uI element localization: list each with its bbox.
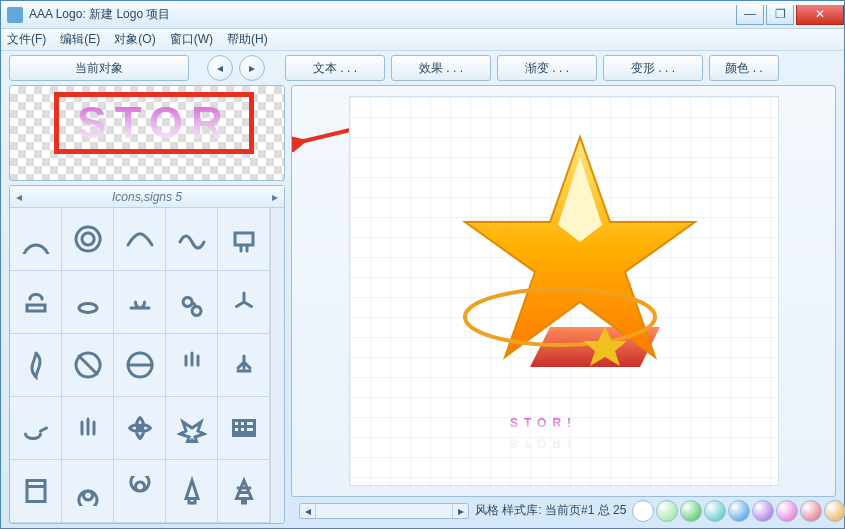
- phone-icon[interactable]: [218, 208, 270, 271]
- bricks-icon[interactable]: [218, 397, 270, 460]
- deform-button[interactable]: 变形 . . .: [603, 55, 703, 81]
- turtle-icon[interactable]: [10, 397, 62, 460]
- color-swatch-4[interactable]: [728, 500, 750, 522]
- xmas-tree-icon[interactable]: [218, 460, 270, 523]
- text-button[interactable]: 文本 . . .: [285, 55, 385, 81]
- maximize-button[interactable]: ❐: [766, 5, 794, 25]
- color-swatches: [632, 500, 845, 522]
- color-button[interactable]: 颜色 . .: [709, 55, 779, 81]
- globe-icon[interactable]: [114, 334, 166, 397]
- library-scrollbar[interactable]: [270, 208, 284, 523]
- app-icon: [7, 7, 23, 23]
- menu-object[interactable]: 对象(O): [114, 31, 155, 48]
- coffee-cup-icon[interactable]: [10, 271, 62, 334]
- toolbar: 当前对象 ◂ ▸ 文本 . . . 效果 . . . 渐变 . . . 变形 .…: [1, 51, 844, 85]
- window-title: AAA Logo: 新建 Logo 项目: [29, 6, 734, 23]
- next-object-button[interactable]: ▸: [239, 55, 265, 81]
- logo-text: STOR!: [510, 416, 577, 430]
- calculator-icon[interactable]: [10, 460, 62, 523]
- splat-icon[interactable]: [166, 397, 218, 460]
- spiral-icon[interactable]: [62, 460, 114, 523]
- canvas-panel: STOR! STOR! ◂ ▸ 风格 样式库: 当前页#1 总 25: [291, 85, 836, 524]
- feet-icon[interactable]: [166, 334, 218, 397]
- color-swatch-7[interactable]: [800, 500, 822, 522]
- color-swatch-0[interactable]: [632, 500, 654, 522]
- current-object-button[interactable]: 当前对象: [9, 55, 189, 81]
- bowl-icon[interactable]: [62, 271, 114, 334]
- menu-file[interactable]: 文件(F): [7, 31, 46, 48]
- gears-icon[interactable]: [166, 271, 218, 334]
- library-header: ◂ Icons,signs 5 ▸: [10, 186, 284, 208]
- annotation-box: STOR: [54, 92, 254, 154]
- color-swatch-8[interactable]: [824, 500, 845, 522]
- ring-icon[interactable]: [62, 208, 114, 271]
- menu-window[interactable]: 窗口(W): [170, 31, 213, 48]
- library-panel: ◂ Icons,signs 5 ▸: [9, 185, 285, 524]
- people-group-icon[interactable]: [62, 397, 114, 460]
- gradient-button[interactable]: 渐变 . . .: [497, 55, 597, 81]
- wave-icon[interactable]: [166, 208, 218, 271]
- color-swatch-1[interactable]: [656, 500, 678, 522]
- library-grid: [10, 208, 270, 523]
- logo-graphic: STOR! STOR!: [430, 127, 710, 467]
- color-swatch-3[interactable]: [704, 500, 726, 522]
- svg-text:STOR!: STOR!: [510, 436, 577, 450]
- effect-button[interactable]: 效果 . . .: [391, 55, 491, 81]
- app-window: AAA Logo: 新建 Logo 项目 — ❐ ✕ 文件(F) 编辑(E) 对…: [0, 0, 845, 529]
- menubar: 文件(F) 编辑(E) 对象(O) 窗口(W) 帮助(H): [1, 29, 844, 51]
- library-category: Icons,signs 5: [28, 190, 266, 204]
- menu-edit[interactable]: 编辑(E): [60, 31, 100, 48]
- canvas-wrap: STOR! STOR!: [291, 85, 836, 497]
- object-preview[interactable]: STOR: [9, 85, 285, 181]
- clover-icon[interactable]: [114, 397, 166, 460]
- style-scrollbar[interactable]: ◂ ▸: [299, 503, 469, 519]
- library-next-button[interactable]: ▸: [266, 190, 284, 204]
- bottom-bar: ◂ ▸ 风格 样式库: 当前页#1 总 25: [291, 497, 836, 524]
- no-smoking-icon[interactable]: [62, 334, 114, 397]
- menu-help[interactable]: 帮助(H): [227, 31, 268, 48]
- people-row-icon[interactable]: [10, 208, 62, 271]
- cup-saucer-icon[interactable]: [114, 271, 166, 334]
- titlebar: AAA Logo: 新建 Logo 项目 — ❐ ✕: [1, 1, 844, 29]
- logo-canvas[interactable]: STOR! STOR!: [349, 96, 779, 486]
- scroll-right-button[interactable]: ▸: [452, 504, 468, 518]
- close-button[interactable]: ✕: [796, 5, 844, 25]
- leaf-icon[interactable]: [10, 334, 62, 397]
- minimize-button[interactable]: —: [736, 5, 764, 25]
- color-swatch-2[interactable]: [680, 500, 702, 522]
- library-prev-button[interactable]: ◂: [10, 190, 28, 204]
- content-area: STOR ◂ Icons,signs 5 ▸: [1, 85, 844, 528]
- color-swatch-5[interactable]: [752, 500, 774, 522]
- handprint-icon[interactable]: [218, 334, 270, 397]
- color-swatch-6[interactable]: [776, 500, 798, 522]
- tree-icon[interactable]: [166, 460, 218, 523]
- fan-icon[interactable]: [218, 271, 270, 334]
- spiral2-icon[interactable]: [114, 460, 166, 523]
- swoosh-icon[interactable]: [114, 208, 166, 271]
- preview-text: STOR: [77, 98, 230, 148]
- prev-object-button[interactable]: ◂: [207, 55, 233, 81]
- left-panel: STOR ◂ Icons,signs 5 ▸: [9, 85, 285, 524]
- status-text: 风格 样式库: 当前页#1 总 25: [475, 502, 626, 519]
- scroll-left-button[interactable]: ◂: [300, 504, 316, 518]
